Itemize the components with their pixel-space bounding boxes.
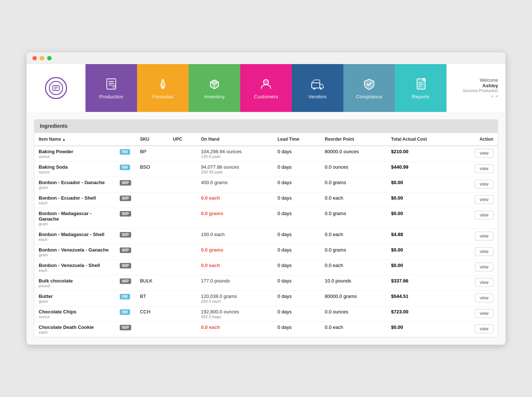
nav-items: Production Formulas	[85, 64, 447, 112]
cell-badge: WIP	[115, 229, 136, 245]
cell-item-name: Chocolate Chipsounce	[34, 306, 115, 322]
maximize-dot[interactable]	[47, 56, 52, 60]
th-total-cost[interactable]: Total Actual Cost	[386, 133, 455, 146]
cell-badge: RM	[115, 162, 136, 177]
ingredients-table: Item Name SKU UPC On Hand Lead Time Reor…	[34, 133, 498, 337]
table-row: Bonbon - Madagascar - GanachegramWIP0.0 …	[34, 208, 498, 229]
item-name-text: Bonbon - Ecuador - Shell	[39, 195, 111, 201]
table-header-row: Item Name SKU UPC On Hand Lead Time Reor…	[34, 133, 498, 146]
on-hand-secondary: 293.99 pails	[201, 170, 269, 174]
table-row: Baking PowderounceRMBP104,298.94 ounces1…	[34, 146, 498, 162]
cell-lead-time: 0 days	[273, 260, 320, 275]
on-hand-primary: 100.0 each	[201, 232, 269, 237]
th-reorder-point[interactable]: Reorder Point	[321, 133, 387, 146]
cell-item-name: Buttergram	[34, 291, 115, 306]
cell-lead-time: 0 days	[273, 245, 320, 260]
cell-on-hand: 0.0 grams	[197, 208, 273, 229]
cell-badge: WIP	[115, 245, 136, 260]
view-button[interactable]: view	[475, 247, 493, 256]
cell-upc	[168, 260, 196, 275]
close-dot[interactable]	[32, 56, 37, 60]
badge-label: RM	[120, 309, 130, 315]
cell-item-name: Bulk chocolatepound	[34, 275, 115, 291]
view-button[interactable]: view	[475, 294, 493, 302]
cell-reorder-point: 0.0 ounces	[321, 306, 387, 322]
badge-label: WIP	[120, 278, 131, 284]
cell-item-name: Bonbon - Venezuela - Shelleach	[34, 260, 115, 275]
th-lead-time[interactable]: Lead Time	[273, 133, 320, 146]
th-on-hand[interactable]: On Hand	[197, 133, 273, 146]
view-button[interactable]: view	[475, 211, 493, 219]
cell-upc	[168, 291, 196, 306]
customers-label: Customers	[254, 94, 278, 99]
cell-on-hand: 0.0 each	[197, 260, 273, 275]
user-area: Welcome Ashley Sonoma Production ▾ ✕	[447, 64, 505, 112]
item-unit-text: each	[39, 330, 111, 334]
view-button[interactable]: view	[475, 309, 493, 318]
header: Production Formulas	[27, 64, 505, 112]
svg-point-13	[263, 80, 269, 85]
nav-item-formulas[interactable]: Formulas	[137, 64, 189, 112]
view-button[interactable]: view	[475, 149, 493, 158]
minimize-dot[interactable]	[40, 56, 44, 60]
user-dropdown-icon[interactable]: ▾	[491, 94, 493, 98]
view-button[interactable]: view	[475, 195, 493, 204]
production-label: Production	[99, 94, 123, 99]
user-controls[interactable]: ▾ ✕	[491, 94, 498, 98]
item-unit-text: gram	[39, 222, 111, 226]
cell-lead-time: 0 days	[273, 229, 320, 245]
on-hand-primary: 104,298.94 ounces	[201, 149, 269, 154]
table-row: Bonbon - Madagascar - ShelleachWIP100.0 …	[34, 229, 498, 245]
cell-reorder-point: 0.0 each	[321, 229, 387, 245]
cell-lead-time: 0 days	[273, 322, 320, 337]
table-row: Chocolate Death CookieeachWIP0.0 each0 d…	[34, 322, 498, 337]
table-container: Item Name SKU UPC On Hand Lead Time Reor…	[34, 133, 498, 337]
nav-item-compliance[interactable]: Compliance	[343, 64, 395, 112]
cell-action: view	[456, 229, 498, 245]
view-button[interactable]: view	[475, 232, 493, 240]
svg-rect-14	[312, 83, 320, 88]
nav-item-reports[interactable]: Reports	[395, 64, 447, 112]
item-name-text: Bulk chocolate	[39, 278, 111, 284]
inventory-label: Inventory	[204, 94, 225, 99]
badge-label: WIP	[120, 247, 131, 253]
user-close-icon[interactable]: ✕	[495, 94, 498, 98]
th-item-name[interactable]: Item Name	[34, 133, 115, 146]
cell-upc	[168, 193, 196, 208]
nav-item-production[interactable]: Production	[85, 64, 137, 112]
th-sku[interactable]: SKU	[136, 133, 168, 146]
view-button[interactable]: view	[475, 324, 493, 333]
view-button[interactable]: view	[475, 263, 493, 271]
th-action: Action	[456, 133, 498, 146]
nav-item-inventory[interactable]: Inventory	[189, 64, 240, 112]
view-button[interactable]: view	[475, 164, 493, 173]
view-button[interactable]: view	[475, 180, 493, 189]
inventory-icon	[207, 77, 221, 91]
nav-item-vendors[interactable]: Vendors	[292, 64, 343, 112]
badge-label: WIP	[120, 263, 131, 268]
cell-lead-time: 0 days	[273, 146, 320, 162]
app-logo	[45, 77, 67, 99]
cell-total-cost: $0.00	[386, 322, 455, 337]
item-unit-text: gram	[39, 185, 111, 190]
table-row: Bonbon - Venezuela - ShelleachWIP0.0 eac…	[34, 260, 498, 275]
cell-lead-time: 0 days	[273, 291, 320, 306]
table-row: Baking SodaounceRMBSO94,077.88 ounces293…	[34, 162, 498, 177]
item-unit-text: each	[39, 237, 111, 242]
on-hand-primary: 400.0 grams	[201, 180, 269, 185]
on-hand-zero: 0.0 each	[201, 195, 220, 201]
view-button[interactable]: view	[475, 278, 493, 287]
item-name-text: Bonbon - Madagascar - Ganache	[39, 211, 111, 222]
cell-total-cost: $0.00	[386, 260, 455, 275]
cell-item-name: Bonbon - Ecuador - Shelleach	[34, 193, 115, 208]
svg-line-17	[312, 80, 314, 83]
cell-sku	[136, 229, 168, 245]
nav-item-customers[interactable]: Customers	[240, 64, 292, 112]
cell-lead-time: 0 days	[273, 208, 320, 229]
th-upc[interactable]: UPC	[168, 133, 196, 146]
compliance-label: Compliance	[356, 94, 382, 99]
badge-label: RM	[120, 165, 130, 170]
table-row: Bonbon - Venezuela - GanachegramWIP0.0 g…	[34, 245, 498, 260]
item-name-text: Bonbon - Ecuador - Ganache	[39, 180, 111, 185]
on-hand-primary: 120,038.0 grams	[201, 294, 269, 299]
